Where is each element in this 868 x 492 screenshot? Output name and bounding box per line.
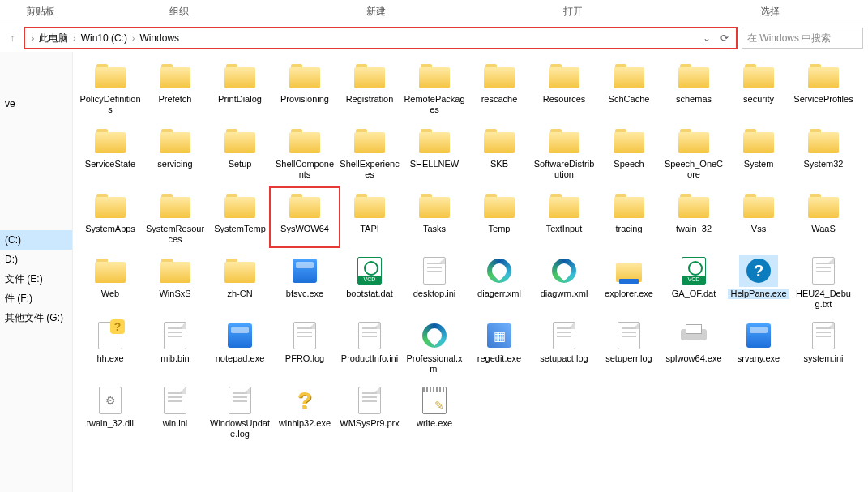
file-item[interactable]: SystemResources <box>143 190 207 245</box>
file-item[interactable]: SoftwareDistribution <box>532 125 596 180</box>
file-item[interactable]: WMSysPr9.prx <box>337 384 402 439</box>
file-item[interactable]: Registration <box>337 60 402 115</box>
file-item[interactable]: servicing <box>143 125 207 180</box>
sidebar-item[interactable]: ve <box>0 94 72 113</box>
sidebar-item[interactable]: (C:) <box>0 230 72 250</box>
breadcrumb-drive-c[interactable]: Win10 (C:) <box>78 28 130 48</box>
file-item[interactable]: SKB <box>467 125 532 180</box>
file-item[interactable]: mib.bin <box>143 319 207 374</box>
folder-icon <box>91 190 130 222</box>
file-item[interactable]: win.ini <box>143 384 207 439</box>
sidebar-item[interactable] <box>0 191 72 211</box>
hh-icon <box>91 319 130 352</box>
folder-icon <box>350 60 389 92</box>
file-item[interactable]: ServiceProfiles <box>791 60 856 115</box>
file-item[interactable]: rescache <box>467 60 532 115</box>
refresh-icon[interactable]: ⟳ <box>718 32 731 45</box>
up-button[interactable]: ↑ <box>5 31 19 45</box>
file-item[interactable]: HEU24_Debug.txt <box>791 255 856 310</box>
file-item[interactable]: SystemTemp <box>207 190 272 245</box>
file-item[interactable]: hh.exe <box>78 319 143 374</box>
file-item[interactable]: Resources <box>532 60 596 115</box>
file-item[interactable]: Prefetch <box>143 60 207 115</box>
file-item[interactable]: diagwrn.xml <box>532 255 596 310</box>
file-item[interactable]: Setup <box>207 125 272 180</box>
search-input[interactable]: 在 Windows 中搜索 <box>742 28 863 49</box>
breadcrumb-this-pc[interactable]: 此电脑 <box>36 28 71 48</box>
file-item[interactable]: HelpPane.exe <box>726 255 791 310</box>
folder-icon <box>220 125 259 157</box>
file-item[interactable]: Web <box>78 255 143 310</box>
file-item[interactable]: Tasks <box>402 190 467 245</box>
sidebar-item[interactable] <box>0 211 72 230</box>
sidebar-item[interactable] <box>0 55 72 75</box>
file-item[interactable]: zh-CN <box>207 255 272 310</box>
sidebar-item[interactable] <box>0 75 72 94</box>
file-item[interactable]: explorer.exe <box>596 255 661 310</box>
sidebar-item[interactable] <box>0 113 72 133</box>
file-item[interactable]: tracing <box>596 190 661 245</box>
file-item[interactable]: WindowsUpdate.log <box>207 384 272 439</box>
file-item[interactable]: WinSxS <box>143 255 207 310</box>
file-item[interactable]: bfsvc.exe <box>272 255 337 310</box>
file-item[interactable]: TextInput <box>532 190 596 245</box>
file-item[interactable]: splwow64.exe <box>661 319 726 374</box>
search-placeholder: 在 Windows 中搜索 <box>747 32 831 45</box>
file-item[interactable]: write.exe <box>402 384 467 439</box>
file-item[interactable]: Provisioning <box>272 60 337 115</box>
file-item[interactable]: schemas <box>661 60 726 115</box>
file-item[interactable]: bootstat.dat <box>337 255 402 310</box>
folder-icon <box>285 125 324 157</box>
file-item[interactable]: ServiceState <box>78 125 143 180</box>
file-label: schemas <box>663 94 725 105</box>
file-item[interactable]: PrintDialog <box>207 60 272 115</box>
file-item[interactable]: Temp <box>467 190 532 245</box>
file-item[interactable]: ShellComponents <box>272 125 337 180</box>
file-item[interactable]: Vss <box>726 190 791 245</box>
file-item[interactable]: SHELLNEW <box>402 125 467 180</box>
sidebar-item[interactable] <box>0 133 72 152</box>
sidebar-item[interactable] <box>0 172 72 191</box>
file-item[interactable]: SysWOW64 <box>272 190 337 245</box>
file-item[interactable]: twain_32.dll <box>78 384 143 439</box>
file-label: system.ini <box>793 353 854 364</box>
file-label: write.exe <box>404 418 465 429</box>
file-item[interactable]: regedit.exe <box>467 319 532 374</box>
file-item[interactable]: twain_32 <box>661 190 726 245</box>
file-item[interactable]: RemotePackages <box>402 60 467 115</box>
file-item[interactable]: System <box>726 125 791 180</box>
file-item[interactable]: system.ini <box>791 319 856 374</box>
file-item[interactable]: setupact.log <box>532 319 596 374</box>
sidebar-item[interactable] <box>0 152 72 172</box>
file-item[interactable]: SchCache <box>596 60 661 115</box>
address-bar[interactable]: › 此电脑 › Win10 (C:) › Windows ⌄ ⟳ <box>24 28 737 49</box>
file-item[interactable]: PolicyDefinitions <box>78 60 143 115</box>
exe-icon <box>739 319 778 352</box>
file-item[interactable]: ProductInfo.ini <box>337 319 402 374</box>
breadcrumb-windows[interactable]: Windows <box>136 28 182 48</box>
file-item[interactable]: GA_OF.dat <box>661 255 726 310</box>
folder-icon <box>91 255 130 287</box>
history-dropdown-icon[interactable]: ⌄ <box>700 32 713 45</box>
file-item[interactable]: winhlp32.exe <box>272 384 337 439</box>
sidebar-item[interactable]: 件 (F:) <box>0 289 72 308</box>
sidebar-item[interactable]: 其他文件 (G:) <box>0 308 72 327</box>
file-item[interactable]: WaaS <box>791 190 856 245</box>
file-item[interactable]: diagerr.xml <box>467 255 532 310</box>
file-item[interactable]: Professional.xml <box>402 319 467 374</box>
sidebar-item[interactable]: D:) <box>0 250 72 269</box>
file-item[interactable]: System32 <box>791 125 856 180</box>
file-item[interactable]: desktop.ini <box>402 255 467 310</box>
file-item[interactable]: security <box>726 60 791 115</box>
file-item[interactable]: Speech <box>596 125 661 180</box>
sidebar-item[interactable]: 文件 (E:) <box>0 269 72 289</box>
file-item[interactable]: setuperr.log <box>596 319 661 374</box>
file-item[interactable]: notepad.exe <box>207 319 272 374</box>
folder-icon <box>609 60 648 92</box>
file-item[interactable]: Speech_OneCore <box>661 125 726 180</box>
file-item[interactable]: TAPI <box>337 190 402 245</box>
file-item[interactable]: ShellExperiences <box>337 125 402 180</box>
file-item[interactable]: SystemApps <box>78 190 143 245</box>
file-item[interactable]: PFRO.log <box>272 319 337 374</box>
file-item[interactable]: srvany.exe <box>726 319 791 374</box>
